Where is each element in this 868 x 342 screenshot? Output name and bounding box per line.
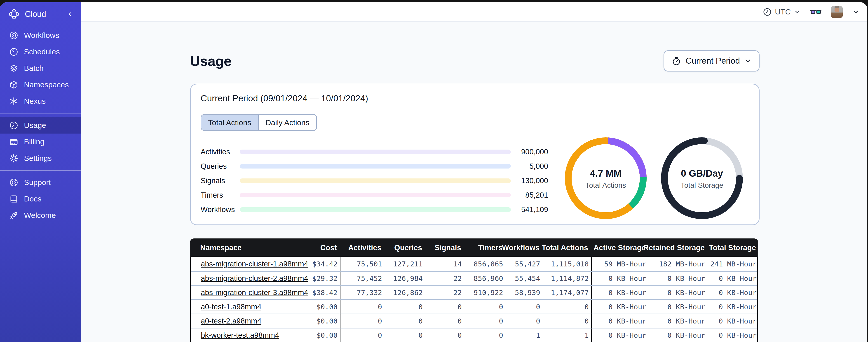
sidebar-item-nexus[interactable]: Nexus [0,93,81,109]
timezone-selector[interactable]: UTC [763,7,801,16]
timers-cell: 856,960 [464,272,505,285]
active-storage-cell: 0 KB-Hour [591,300,649,314]
retained-storage-cell: 0 KB-Hour [649,300,708,314]
total-actions-caption: Total Actions [585,181,626,190]
bar-track [240,178,511,183]
support-icon [9,178,19,187]
top-bar: UTC [81,2,867,22]
sidebar-collapse-button[interactable] [66,10,74,18]
timezone-label: UTC [775,7,791,16]
sidebar-item-workflows[interactable]: Workflows [0,27,81,43]
namespace-cell: abs-migration-cluster-3.a98mm4 [191,286,284,299]
nexus-icon [9,97,19,106]
usage-gauge-icon [9,121,19,130]
sidebar-item-label: Settings [24,154,52,163]
sidebar-item-usage[interactable]: Usage [0,117,81,134]
usage-page: Usage Current Period Current Period (09/… [81,22,867,342]
cost-cell: $0.00 [284,314,340,328]
namespace-link[interactable]: a0-test-2.a98mm4 [201,317,261,325]
timers-cell: 910,922 [464,286,505,299]
bar-value: 541,109 [511,205,548,214]
cost-cell: $29.32 [284,272,340,285]
sidebar-nav-main: Workflows Schedules Batch Namespaces [0,27,81,109]
sidebar-divider [0,113,81,113]
active-storage-cell: 0 KB-Hour [591,286,649,299]
active-storage-cell: 0 KB-Hour [591,314,649,328]
sidebar-brand: Cloud [0,2,81,24]
total-actions-cell: 1 [542,329,591,342]
bar-category-label: Workflows [200,205,240,214]
signals-cell: 22 [425,286,464,299]
retained-storage-cell: 182 MB-Hour [649,257,708,271]
table-row: abs-migration-cluster-1.a98mm4 $34.42 75… [191,257,757,271]
bar-track [240,207,511,212]
sidebar-item-label: Namespaces [24,80,69,89]
table-column-header: Namespace [190,238,284,257]
table-column-header: Timers [463,238,505,257]
bar-track [240,149,511,154]
bar-value: 900,000 [511,147,548,156]
signals-cell: 22 [425,272,464,285]
usage-bar-row: Workflows 541,109 [200,202,548,217]
sidebar-divider [0,170,81,171]
namespace-cell: bk-worker-test.a98mm4 [191,329,284,342]
namespace-cell: abs-migration-cluster-1.a98mm4 [191,257,284,271]
signals-cell: 0 [425,314,464,328]
account-menu-chevron-icon[interactable] [852,8,860,15]
brand-label: Cloud [25,9,66,19]
table-column-header: Total Storage [707,238,758,257]
sidebar-item-welcome[interactable]: Welcome [0,207,81,224]
sidebar-item-label: Workflows [24,31,59,40]
temporal-logo [8,8,20,20]
table-row: a0-test-2.a98mm4 $0.00 0 0 0 0 0 0 0 KB-… [191,314,757,328]
sidebar-item-label: Usage [24,121,46,130]
bar-category-label: Timers [200,191,240,199]
actions-tab-group: Total Actions Daily Actions [200,114,317,131]
sidebar-item-billing[interactable]: Billing [0,134,81,150]
timers-cell: 0 [464,329,505,342]
table-header-row: Namespace Cost Activities Queries Signal… [190,238,758,257]
table-column-header: Activities [339,238,383,257]
queries-cell: 126,984 [384,272,425,285]
main-area: UTC Usage Current Period [81,2,867,342]
sidebar-item-docs[interactable]: Docs [0,191,81,207]
tab-total-actions[interactable]: Total Actions [201,115,258,130]
usage-bar-row: Queries 5,000 [200,159,548,173]
sidebar-item-label: Nexus [24,97,45,106]
tab-daily-actions[interactable]: Daily Actions [258,115,316,130]
table-row: a0-test-1.a98mm4 $0.00 0 0 0 0 0 0 0 KB-… [191,299,757,314]
clock-icon [763,7,772,16]
total-storage-cell: 0 KB-Hour [708,314,759,328]
sidebar-item-settings[interactable]: Settings [0,150,81,167]
workflows-cell: 0 [505,300,542,314]
namespace-cell: a0-test-1.a98mm4 [191,300,284,314]
namespace-link[interactable]: a0-test-1.a98mm4 [201,303,261,311]
user-avatar[interactable] [831,6,843,18]
sidebar-item-support[interactable]: Support [0,174,81,191]
total-actions-cell: 0 [542,314,591,328]
signals-cell: 0 [425,329,464,342]
total-actions-cell: 0 [542,300,591,314]
sidebar: Cloud Workflows Schedules Batch [0,2,81,342]
bar-value: 85,201 [511,191,548,199]
namespace-link[interactable]: bk-worker-test.a98mm4 [201,331,279,340]
table-row: abs-migration-cluster-3.a98mm4 $38.42 77… [191,285,757,299]
period-dropdown-button[interactable]: Current Period [663,50,760,71]
cost-cell: $38.42 [284,286,340,299]
total-storage-cell: 0 KB-Hour [708,300,759,314]
sidebar-item-namespaces[interactable]: Namespaces [0,76,81,93]
table-column-header: Workflows [505,238,542,257]
bar-track [240,193,511,197]
active-storage-cell: 0 KB-Hour [591,329,649,342]
sidebar-item-batch[interactable]: Batch [0,60,81,76]
workflows-cell: 55,427 [505,257,542,271]
queries-cell: 0 [384,300,425,314]
sidebar-item-schedules[interactable]: Schedules [0,43,81,60]
schedules-icon [9,47,19,57]
activities-cell: 0 [340,329,384,342]
workflows-cell: 1 [505,329,542,342]
retained-storage-cell: 0 KB-Hour [649,329,708,342]
bar-value: 5,000 [511,162,548,171]
table-column-header: Queries [383,238,424,257]
feedback-glasses-button[interactable] [810,7,822,17]
